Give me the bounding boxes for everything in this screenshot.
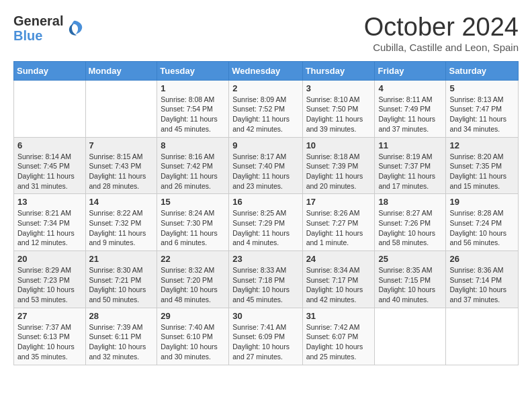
- day-number: 28: [89, 311, 154, 321]
- day-number: 16: [232, 197, 298, 207]
- weekday-header-thursday: Thursday: [302, 61, 375, 80]
- calendar-cell: 6Sunrise: 8:14 AM Sunset: 7:45 PM Daylig…: [14, 137, 86, 194]
- day-info: Sunrise: 8:34 AM Sunset: 7:17 PM Dayligh…: [306, 265, 371, 305]
- calendar-cell: 14Sunrise: 8:22 AM Sunset: 7:32 PM Dayli…: [85, 194, 157, 251]
- calendar-cell: [85, 80, 157, 137]
- page-header: General Blue October 2024 Cubilla, Casti…: [13, 13, 519, 53]
- calendar-cell: 19Sunrise: 8:28 AM Sunset: 7:24 PM Dayli…: [446, 194, 519, 251]
- day-info: Sunrise: 7:42 AM Sunset: 6:07 PM Dayligh…: [306, 322, 371, 362]
- calendar-cell: 24Sunrise: 8:34 AM Sunset: 7:17 PM Dayli…: [302, 251, 375, 308]
- calendar-cell: [375, 308, 446, 365]
- day-number: 27: [17, 311, 82, 321]
- day-number: 5: [449, 83, 515, 93]
- calendar-cell: 18Sunrise: 8:27 AM Sunset: 7:26 PM Dayli…: [375, 194, 446, 251]
- day-number: 2: [232, 83, 298, 93]
- calendar-cell: 25Sunrise: 8:35 AM Sunset: 7:15 PM Dayli…: [375, 251, 446, 308]
- title-block: October 2024 Cubilla, Castille and Leon,…: [364, 13, 519, 53]
- weekday-header-monday: Monday: [85, 61, 157, 80]
- calendar-cell: 26Sunrise: 8:36 AM Sunset: 7:14 PM Dayli…: [446, 251, 519, 308]
- day-info: Sunrise: 8:10 AM Sunset: 7:50 PM Dayligh…: [306, 95, 371, 134]
- calendar-cell: 3Sunrise: 8:10 AM Sunset: 7:50 PM Daylig…: [302, 80, 375, 137]
- day-info: Sunrise: 8:25 AM Sunset: 7:29 PM Dayligh…: [232, 208, 298, 248]
- day-number: 29: [161, 311, 225, 321]
- day-number: 30: [232, 311, 298, 321]
- calendar-cell: 20Sunrise: 8:29 AM Sunset: 7:23 PM Dayli…: [14, 251, 86, 308]
- weekday-header-sunday: Sunday: [14, 61, 86, 80]
- day-info: Sunrise: 8:29 AM Sunset: 7:23 PM Dayligh…: [17, 265, 82, 305]
- calendar-cell: 10Sunrise: 8:18 AM Sunset: 7:39 PM Dayli…: [302, 137, 375, 194]
- day-number: 6: [17, 140, 82, 150]
- day-number: 3: [306, 83, 371, 93]
- calendar-cell: 13Sunrise: 8:21 AM Sunset: 7:34 PM Dayli…: [14, 194, 86, 251]
- day-info: Sunrise: 7:41 AM Sunset: 6:09 PM Dayligh…: [232, 322, 298, 362]
- day-info: Sunrise: 8:32 AM Sunset: 7:20 PM Dayligh…: [161, 265, 225, 305]
- calendar-cell: 11Sunrise: 8:19 AM Sunset: 7:37 PM Dayli…: [375, 137, 446, 194]
- day-info: Sunrise: 8:24 AM Sunset: 7:30 PM Dayligh…: [161, 208, 225, 248]
- day-info: Sunrise: 8:11 AM Sunset: 7:49 PM Dayligh…: [378, 95, 442, 134]
- day-number: 19: [449, 197, 515, 207]
- day-number: 12: [449, 140, 515, 150]
- day-info: Sunrise: 8:21 AM Sunset: 7:34 PM Dayligh…: [17, 208, 82, 248]
- day-number: 14: [89, 197, 154, 207]
- day-number: 9: [232, 140, 298, 150]
- day-number: 21: [89, 254, 154, 264]
- calendar-cell: 4Sunrise: 8:11 AM Sunset: 7:49 PM Daylig…: [375, 80, 446, 137]
- calendar-cell: 31Sunrise: 7:42 AM Sunset: 6:07 PM Dayli…: [302, 308, 375, 365]
- logo: General Blue: [13, 13, 85, 43]
- weekday-header-tuesday: Tuesday: [157, 61, 229, 80]
- calendar-cell: 16Sunrise: 8:25 AM Sunset: 7:29 PM Dayli…: [229, 194, 302, 251]
- day-info: Sunrise: 7:39 AM Sunset: 6:11 PM Dayligh…: [89, 322, 154, 362]
- logo-general: General: [13, 13, 63, 28]
- day-info: Sunrise: 8:15 AM Sunset: 7:43 PM Dayligh…: [89, 152, 154, 191]
- day-number: 25: [378, 254, 442, 264]
- calendar-cell: 21Sunrise: 8:30 AM Sunset: 7:21 PM Dayli…: [85, 251, 157, 308]
- calendar-cell: 28Sunrise: 7:39 AM Sunset: 6:11 PM Dayli…: [85, 308, 157, 365]
- calendar-cell: 17Sunrise: 8:26 AM Sunset: 7:27 PM Dayli…: [302, 194, 375, 251]
- day-info: Sunrise: 8:26 AM Sunset: 7:27 PM Dayligh…: [306, 208, 371, 248]
- calendar-cell: 5Sunrise: 8:13 AM Sunset: 7:47 PM Daylig…: [446, 80, 519, 137]
- day-number: 22: [161, 254, 225, 264]
- day-info: Sunrise: 8:28 AM Sunset: 7:24 PM Dayligh…: [449, 208, 515, 248]
- calendar-body: 1Sunrise: 8:08 AM Sunset: 7:54 PM Daylig…: [14, 80, 519, 365]
- location-subtitle: Cubilla, Castille and Leon, Spain: [364, 42, 519, 53]
- day-info: Sunrise: 8:36 AM Sunset: 7:14 PM Dayligh…: [449, 265, 515, 305]
- calendar-cell: 30Sunrise: 7:41 AM Sunset: 6:09 PM Dayli…: [229, 308, 302, 365]
- day-info: Sunrise: 8:35 AM Sunset: 7:15 PM Dayligh…: [378, 265, 442, 305]
- month-title: October 2024: [364, 13, 519, 42]
- day-info: Sunrise: 8:22 AM Sunset: 7:32 PM Dayligh…: [89, 208, 154, 248]
- day-info: Sunrise: 8:18 AM Sunset: 7:39 PM Dayligh…: [306, 152, 371, 191]
- day-number: 23: [232, 254, 298, 264]
- calendar-cell: 8Sunrise: 8:16 AM Sunset: 7:42 PM Daylig…: [157, 137, 229, 194]
- weekday-header-wednesday: Wednesday: [229, 61, 302, 80]
- day-number: 17: [306, 197, 371, 207]
- day-info: Sunrise: 8:13 AM Sunset: 7:47 PM Dayligh…: [449, 95, 515, 134]
- weekday-header-saturday: Saturday: [446, 61, 519, 80]
- day-info: Sunrise: 8:33 AM Sunset: 7:18 PM Dayligh…: [232, 265, 298, 305]
- day-info: Sunrise: 8:09 AM Sunset: 7:52 PM Dayligh…: [232, 95, 298, 134]
- calendar-cell: 12Sunrise: 8:20 AM Sunset: 7:35 PM Dayli…: [446, 137, 519, 194]
- weekday-header-friday: Friday: [375, 61, 446, 80]
- day-number: 26: [449, 254, 515, 264]
- day-number: 24: [306, 254, 371, 264]
- calendar-cell: 27Sunrise: 7:37 AM Sunset: 6:13 PM Dayli…: [14, 308, 86, 365]
- calendar-cell: [14, 80, 86, 137]
- day-number: 11: [378, 140, 442, 150]
- day-number: 4: [378, 83, 442, 93]
- calendar-cell: [446, 308, 519, 365]
- day-info: Sunrise: 8:08 AM Sunset: 7:54 PM Dayligh…: [161, 95, 225, 134]
- day-info: Sunrise: 8:17 AM Sunset: 7:40 PM Dayligh…: [232, 152, 298, 191]
- day-number: 8: [161, 140, 225, 150]
- calendar-cell: 23Sunrise: 8:33 AM Sunset: 7:18 PM Dayli…: [229, 251, 302, 308]
- calendar-cell: 2Sunrise: 8:09 AM Sunset: 7:52 PM Daylig…: [229, 80, 302, 137]
- day-number: 13: [17, 197, 82, 207]
- day-number: 20: [17, 254, 82, 264]
- calendar-cell: 7Sunrise: 8:15 AM Sunset: 7:43 PM Daylig…: [85, 137, 157, 194]
- day-info: Sunrise: 8:19 AM Sunset: 7:37 PM Dayligh…: [378, 152, 442, 191]
- day-info: Sunrise: 8:14 AM Sunset: 7:45 PM Dayligh…: [17, 152, 82, 191]
- day-number: 10: [306, 140, 371, 150]
- day-info: Sunrise: 8:16 AM Sunset: 7:42 PM Dayligh…: [161, 152, 225, 191]
- calendar-cell: 1Sunrise: 8:08 AM Sunset: 7:54 PM Daylig…: [157, 80, 229, 137]
- day-number: 1: [161, 83, 225, 93]
- calendar-cell: 22Sunrise: 8:32 AM Sunset: 7:20 PM Dayli…: [157, 251, 229, 308]
- calendar-cell: 9Sunrise: 8:17 AM Sunset: 7:40 PM Daylig…: [229, 137, 302, 194]
